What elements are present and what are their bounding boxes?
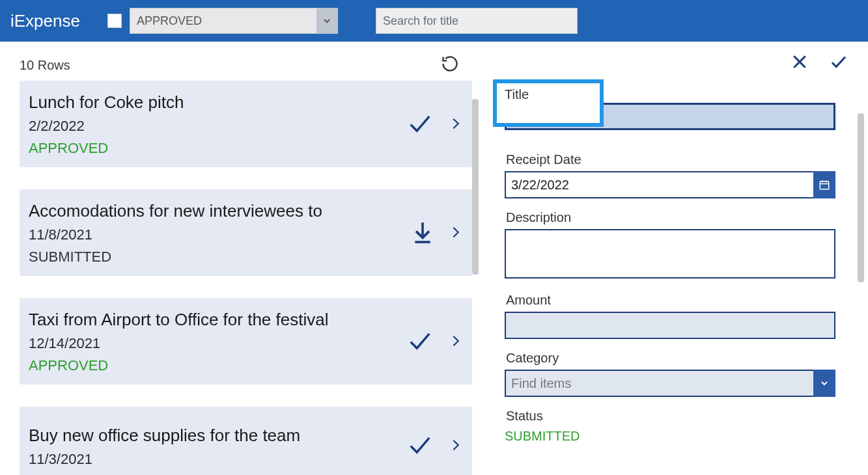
description-label: Description [505,210,850,225]
expense-card[interactable]: Accomodations for new interviewees to 11… [20,189,472,276]
top-bar: iExpense APPROVED [0,0,868,42]
card-action-button[interactable] [404,329,436,356]
expense-card[interactable]: Buy new office supplies for the team 11/… [20,407,472,475]
expense-date: 12/14/2021 [29,335,328,352]
category-label: Category [505,351,850,366]
expense-card[interactable]: Taxi from Airport to Office for the fest… [20,298,472,385]
dropdown-toggle[interactable] [316,8,337,34]
expense-title: Lunch for Coke pitch [29,92,184,113]
expense-list: Lunch for Coke pitch 2/2/2022 APPROVED A… [20,81,472,475]
status-filter-dropdown[interactable]: APPROVED [130,8,338,34]
card-action-button[interactable] [404,433,436,460]
chevron-right-icon [449,221,463,243]
refresh-icon [441,55,459,73]
category-field-group: Category [505,351,850,397]
close-icon [790,52,809,72]
expense-list-panel: 10 Rows Lunch for Coke pitch 2/2/2022 AP… [0,42,479,475]
description-field-group: Description [505,210,850,281]
form-actions [505,52,850,74]
amount-field-group: Amount [505,293,850,339]
chevron-down-icon [322,16,332,26]
expense-status: SUBMITTED [29,249,322,265]
open-detail-button[interactable] [449,330,463,355]
main-content: 10 Rows Lunch for Coke pitch 2/2/2022 AP… [0,42,868,475]
app-title: iExpense [10,11,80,31]
title-field-group: Title [505,79,850,135]
chevron-right-icon [449,330,463,352]
expense-date: 11/3/2021 [29,451,300,468]
approve-icon [404,433,436,457]
confirm-button[interactable] [828,52,850,74]
title-highlight-box: Title [493,79,604,127]
expense-date: 11/8/2021 [29,226,322,243]
approve-icon [404,111,436,136]
svg-rect-4 [820,182,829,189]
status-value: SUBMITTED [505,428,850,444]
search-input[interactable] [376,8,578,34]
filter-checkbox[interactable] [107,14,122,28]
form-scrollbar[interactable] [858,113,864,282]
expense-title: Accomodations for new interviewees to [29,201,322,221]
expense-title: Taxi from Airport to Office for the fest… [29,310,328,330]
title-label: Title [503,87,593,102]
expense-status: APPROVED [29,140,184,157]
receipt-date-input[interactable] [505,171,835,198]
date-picker-button[interactable] [813,171,835,198]
status-field-group: Status SUBMITTED [505,409,850,444]
approve-icon [404,329,436,353]
amount-input[interactable] [505,312,835,339]
status-filter-value: APPROVED [137,14,202,28]
open-detail-button[interactable] [449,221,463,246]
row-count-label: 10 Rows [20,58,70,73]
expense-card[interactable]: Lunch for Coke pitch 2/2/2022 APPROVED [20,81,472,167]
download-icon [410,218,436,247]
expense-date: 2/2/2022 [29,118,184,135]
open-detail-button[interactable] [449,113,463,137]
calendar-icon [819,179,830,191]
expense-form-panel: Title Receipt Date Description Amount [479,42,868,475]
date-field-group: Receipt Date [505,152,850,198]
chevron-down-icon [819,378,830,388]
status-label: Status [505,409,850,424]
description-input[interactable] [505,229,835,278]
open-detail-button[interactable] [449,434,463,459]
category-dropdown-button[interactable] [813,370,835,397]
cancel-button[interactable] [790,52,809,74]
chevron-right-icon [449,113,463,135]
check-icon [828,52,850,72]
card-action-button[interactable] [404,111,436,139]
card-action-button[interactable] [410,218,436,249]
refresh-button[interactable] [441,55,459,75]
category-input[interactable] [505,370,835,397]
list-scrollbar[interactable] [472,99,479,275]
expense-status: APPROVED [29,357,328,374]
date-label: Receipt Date [505,152,850,167]
list-header: 10 Rows [20,55,472,75]
chevron-right-icon [449,434,463,456]
amount-label: Amount [505,293,850,308]
expense-title: Buy new office supplies for the team [29,426,300,446]
